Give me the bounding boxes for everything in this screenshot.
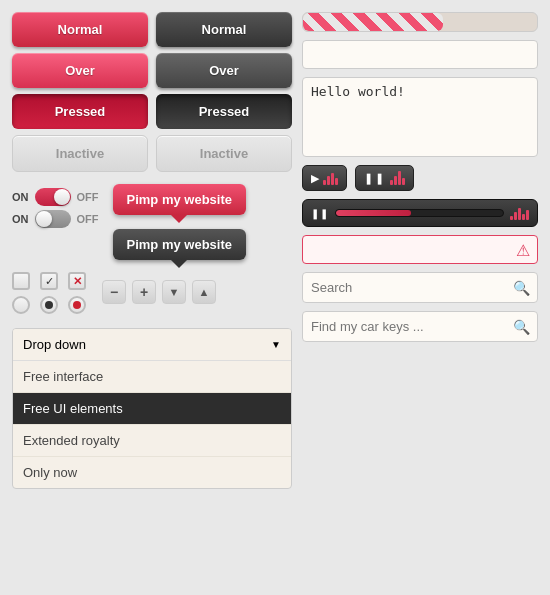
- off-label: OFF: [77, 191, 99, 203]
- radio-row: [12, 296, 86, 314]
- on-label: ON: [12, 191, 29, 203]
- error-input-container: ⚠: [302, 235, 538, 264]
- toggle-on[interactable]: [35, 188, 71, 206]
- radio-dark[interactable]: [40, 296, 58, 314]
- search-icon-1: 🔍: [513, 280, 530, 296]
- pause-icon: ❚❚: [364, 172, 386, 185]
- error-icon: ⚠: [516, 240, 530, 259]
- bars-icon-play: [323, 171, 338, 185]
- media-progress-track[interactable]: [335, 209, 504, 217]
- text-input[interactable]: [302, 40, 538, 69]
- stepper-section: − + ▼ ▲: [102, 280, 216, 304]
- pbar3: [518, 208, 521, 220]
- dark-over-button[interactable]: Over: [156, 53, 292, 88]
- red-over-button[interactable]: Over: [12, 53, 148, 88]
- progress-bar-container: [302, 12, 538, 32]
- pbar5: [526, 210, 529, 220]
- search-input-2[interactable]: [302, 311, 538, 342]
- callout-dark[interactable]: Pimp my website: [113, 229, 246, 260]
- bar1: [323, 180, 326, 185]
- toggle-knob-2: [36, 211, 52, 227]
- on-label-2: ON: [12, 213, 29, 225]
- red-inactive-button: Inactive: [12, 135, 148, 172]
- over-btn-row: Over Over: [12, 53, 292, 88]
- search-input-1[interactable]: [302, 272, 538, 303]
- media-button-row: ▶ ❚❚: [302, 165, 538, 191]
- bars-icon-pause: [390, 171, 405, 185]
- off-label-2: OFF: [77, 213, 99, 225]
- play-button[interactable]: ▶: [302, 165, 347, 191]
- bar4: [335, 178, 338, 185]
- textarea-field[interactable]: Hello world!: [302, 77, 538, 157]
- media-controls: ❚❚: [311, 206, 529, 220]
- bar7: [398, 171, 401, 185]
- search-icon-2: 🔍: [513, 319, 530, 335]
- checkbox-checked[interactable]: ✓: [40, 272, 58, 290]
- normal-btn-row: Normal Normal: [12, 12, 292, 47]
- bars-icon-player: [510, 206, 529, 220]
- search-container-2: 🔍: [302, 311, 538, 342]
- dark-normal-button[interactable]: Normal: [156, 12, 292, 47]
- pbar4: [522, 214, 525, 220]
- progress-fill: [303, 13, 443, 31]
- pause-button[interactable]: ❚❚: [355, 165, 414, 191]
- pbar2: [514, 212, 517, 220]
- dropdown-item-3[interactable]: Only now: [13, 457, 291, 488]
- radio-empty[interactable]: [12, 296, 30, 314]
- dropdown-list: Drop down ▼ Free interface Free UI eleme…: [12, 328, 292, 489]
- dropdown-item-0[interactable]: Free interface: [13, 361, 291, 393]
- bar8: [402, 178, 405, 185]
- toggle-off[interactable]: [35, 210, 71, 228]
- check-radio-section: ✓ ✕: [12, 272, 86, 314]
- stepper-minus[interactable]: −: [102, 280, 126, 304]
- dropdown-label: Drop down: [23, 337, 86, 352]
- toggle-knob: [54, 189, 70, 205]
- bar5: [390, 180, 393, 185]
- error-input[interactable]: [302, 235, 538, 264]
- right-column: Hello world! ▶ ❚❚: [302, 12, 538, 489]
- dropdown-item-2[interactable]: Extended royalty: [13, 425, 291, 457]
- dropdown-arrow-icon: ▼: [271, 339, 281, 350]
- arrow-up[interactable]: ▲: [192, 280, 216, 304]
- media-player: ❚❚: [302, 199, 538, 227]
- red-normal-button[interactable]: Normal: [12, 12, 148, 47]
- radio-red[interactable]: [68, 296, 86, 314]
- checkbox-row: ✓ ✕: [12, 272, 86, 290]
- pbar1: [510, 216, 513, 220]
- dark-pressed-button[interactable]: Pressed: [156, 94, 292, 129]
- left-column: Normal Normal Over Over Pressed Pressed …: [12, 12, 292, 489]
- red-pressed-button[interactable]: Pressed: [12, 94, 148, 129]
- toggle-row-2: ON OFF: [12, 210, 99, 228]
- stepper-plus[interactable]: +: [132, 280, 156, 304]
- inactive-btn-row: Inactive Inactive: [12, 135, 292, 172]
- bar3: [331, 173, 334, 185]
- play-icon: ▶: [311, 172, 319, 185]
- dark-inactive-button: Inactive: [156, 135, 292, 172]
- checkbox-crossed[interactable]: ✕: [68, 272, 86, 290]
- callout-red[interactable]: Pimp my website: [113, 184, 246, 215]
- bar6: [394, 176, 397, 185]
- media-pause-icon[interactable]: ❚❚: [311, 208, 329, 219]
- media-progress-fill: [336, 210, 411, 216]
- checkbox-empty[interactable]: [12, 272, 30, 290]
- dropdown-header[interactable]: Drop down ▼: [13, 329, 291, 361]
- search-container-1: 🔍: [302, 272, 538, 303]
- arrow-down[interactable]: ▼: [162, 280, 186, 304]
- pressed-btn-row: Pressed Pressed: [12, 94, 292, 129]
- toggle-section: ON OFF ON OFF: [12, 188, 99, 228]
- bar2: [327, 176, 330, 185]
- toggle-row-1: ON OFF: [12, 188, 99, 206]
- dropdown-item-1[interactable]: Free UI elements: [13, 393, 291, 425]
